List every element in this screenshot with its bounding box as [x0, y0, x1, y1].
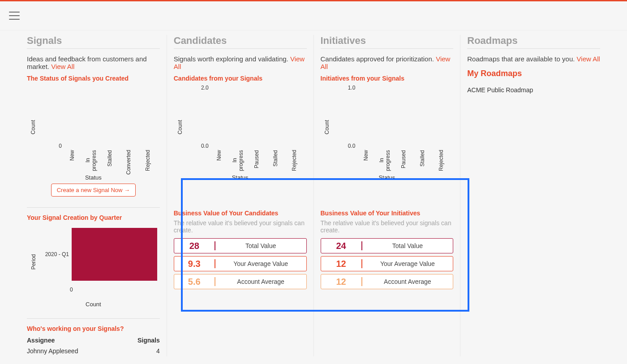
roadmap-item[interactable]: ACME Public Roadmap	[467, 85, 600, 95]
y-axis-label: Period	[30, 254, 37, 270]
x-tick: Rejected	[138, 150, 157, 170]
divider	[321, 48, 454, 49]
subtitle-text: Candidates approved for prioritization.	[321, 55, 436, 63]
x-tick: New	[356, 150, 375, 170]
dashboard-board: Signals Ideas and feedback from customer…	[0, 30, 627, 364]
view-all-link[interactable]: View All	[577, 55, 600, 63]
table-row: Johnny Appleseed 4	[27, 346, 160, 356]
y-tick: 2.0	[201, 85, 209, 91]
y-ticks: 1.0 0.0	[340, 85, 356, 149]
stat-your-average: 12 Your Average Value	[321, 256, 454, 271]
column-candidates: Candidates Signals worth exploring and v…	[167, 35, 314, 356]
assignee-name: Johnny Appleseed	[27, 346, 120, 356]
y-axis-label: Count	[324, 120, 330, 134]
subtitle-text: Ideas and feedback from customers and ma…	[27, 55, 147, 70]
column-title: Signals	[27, 35, 160, 47]
assignee-count: 4	[120, 346, 160, 356]
stat-label: Total Value	[215, 242, 306, 249]
stat-label: Total Value	[362, 242, 453, 249]
x-tick: Stalled	[413, 150, 432, 170]
column-signals: Signals Ideas and feedback from customer…	[20, 35, 167, 356]
chart-title: The Status of Signals you Created	[27, 75, 160, 82]
y-tick: 0	[59, 143, 62, 149]
y-tick: 0.0	[348, 143, 356, 149]
stat-value: 28	[174, 241, 215, 251]
stat-total-value: 28 Total Value	[174, 238, 307, 253]
assignee-table: Assignee Signals Johnny Appleseed 4	[27, 335, 160, 356]
x-tick: Rejected	[432, 150, 451, 170]
section-title: Business Value of Your Candidates	[174, 210, 307, 217]
y-ticks: 0	[47, 85, 62, 149]
column-title: Roadmaps	[467, 35, 600, 47]
chart-title: Your Signal Creation by Quarter	[27, 214, 160, 221]
section-caption: The relative value it's believed your si…	[321, 219, 454, 234]
x-tick: Rejected	[285, 150, 304, 170]
column-initiatives: Initiatives Candidates approved for prio…	[314, 35, 461, 356]
x-tick: 0	[70, 287, 73, 293]
y-tick: 1.0	[348, 85, 356, 91]
stat-account-average: 5.6 Account Average	[174, 274, 307, 289]
column-subtitle: Ideas and feedback from customers and ma…	[27, 55, 160, 70]
stat-value: 5.6	[174, 277, 215, 287]
divider	[27, 207, 160, 208]
column-title: Initiatives	[321, 35, 454, 47]
divider	[27, 318, 160, 319]
section-title: Business Value of Your Initiatives	[321, 210, 454, 217]
col-header-assignee: Assignee	[27, 335, 120, 346]
bars	[210, 85, 304, 149]
divider	[174, 48, 307, 49]
x-ticks: New In progress Paused Stalled Rejected	[356, 150, 451, 170]
x-axis-label: Status	[321, 174, 454, 181]
x-tick: In progress	[228, 150, 247, 170]
x-axis-label: Status	[174, 174, 307, 181]
chart-title: Initiatives from your Signals	[321, 75, 454, 82]
stat-total-value: 24 Total Value	[321, 238, 454, 253]
stat-value: 24	[321, 241, 361, 251]
col-header-signals: Signals	[120, 335, 160, 346]
column-subtitle: Candidates approved for prioritization. …	[321, 55, 454, 70]
y-tick: 0.0	[201, 143, 209, 149]
x-tick: Stalled	[266, 150, 285, 170]
x-ticks: 0	[72, 287, 157, 293]
view-all-link[interactable]: View All	[51, 63, 74, 70]
x-tick: Stalled	[100, 150, 119, 170]
divider	[27, 48, 160, 49]
y-axis-label: Count	[30, 120, 36, 134]
chart-signals-status: Count 0 New In progress Stalled	[27, 85, 160, 170]
y-ticks: 2.0 0.0	[193, 85, 209, 149]
chart-title: Candidates from your Signals	[174, 75, 307, 82]
chart-signals-by-quarter: Period 2020 - Q1 0	[27, 224, 160, 300]
x-tick: Converted	[119, 150, 138, 170]
stat-account-average: 12 Account Average	[321, 274, 454, 289]
hbar-fill	[72, 228, 157, 281]
stat-label: Account Average	[362, 278, 453, 285]
menu-hamburger-icon[interactable]	[9, 12, 20, 20]
hbar-row: 2020 - Q1	[43, 224, 157, 285]
column-roadmaps: Roadmaps Roadmaps that are available to …	[460, 35, 607, 356]
bars	[63, 85, 157, 149]
subtitle-text: Roadmaps that are available to you.	[467, 55, 576, 63]
subtitle-text: Signals worth exploring and validating.	[174, 55, 290, 63]
divider	[467, 48, 600, 49]
column-subtitle: Signals worth exploring and validating. …	[174, 55, 307, 70]
bars	[356, 85, 451, 149]
my-roadmaps-heading[interactable]: My Roadmaps	[467, 69, 600, 78]
app-header	[0, 1, 627, 30]
column-subtitle: Roadmaps that are available to you. View…	[467, 55, 600, 63]
x-tick: In progress	[375, 150, 394, 170]
y-axis-label: Count	[177, 120, 183, 134]
section-caption: The relative value it's believed your si…	[174, 219, 307, 234]
hbar-label: 2020 - Q1	[43, 251, 72, 257]
section-title: Who's working on your Signals?	[27, 325, 160, 332]
chart-initiatives-status: Count 1.0 0.0 New In progress Paused	[321, 85, 454, 170]
stat-value: 12	[321, 277, 361, 287]
x-tick: Paused	[247, 150, 266, 170]
create-signal-button[interactable]: Create a new Signal Now →	[51, 184, 136, 197]
stat-label: Your Average Value	[362, 260, 453, 267]
x-tick: New	[63, 150, 82, 170]
x-ticks: New In progress Stalled Converted Reject…	[63, 150, 157, 170]
x-axis-label: Status	[27, 174, 160, 181]
x-ticks: New In progress Paused Stalled Rejected	[210, 150, 304, 170]
stat-label: Account Average	[215, 278, 306, 285]
x-tick: In progress	[82, 150, 100, 170]
